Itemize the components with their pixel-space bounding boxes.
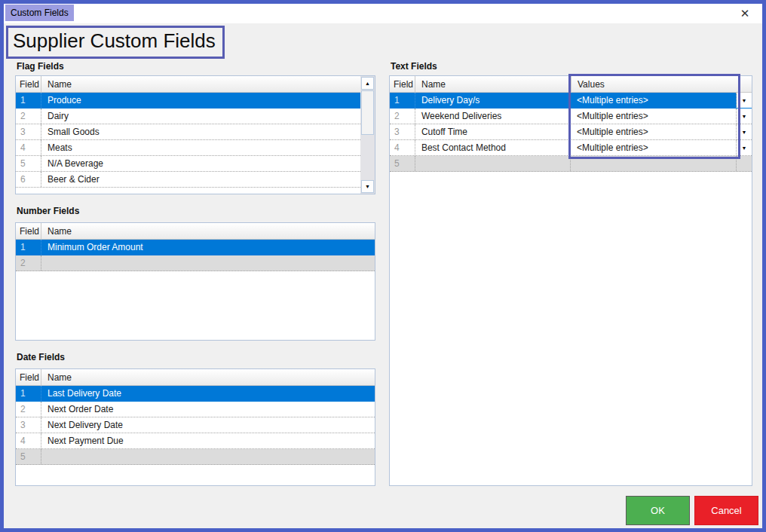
field-number-cell: 1 [16,386,41,401]
field-number-cell: 1 [390,93,415,108]
chevron-down-icon: ▼ [742,114,747,119]
column-header-field: Field [390,76,415,92]
custom-fields-dialog: Custom Fields ✕ Supplier Custom Fields F… [0,0,766,532]
table-row[interactable]: 1 Last Delivery Date [16,386,375,402]
table-row[interactable]: 2 [16,255,375,271]
scroll-down-icon: ▼ [365,184,370,189]
table-row[interactable]: 2 Weekend Deliveries <Multiple entries> … [390,109,752,124]
field-number-cell: 3 [16,417,41,433]
column-header-field: Field [16,369,41,385]
table-row[interactable]: 4 Best Contact Method <Multiple entries>… [390,140,752,156]
table-row[interactable]: 4 Meats [16,140,360,156]
name-cell: Beer & Cider [41,172,360,187]
date-fields-header: Field Name [16,369,375,386]
flag-fields-label: Flag Fields [17,61,64,72]
column-header-values: Values [571,76,752,92]
chevron-down-icon: ▼ [742,130,747,135]
name-cell: Dairy [41,109,360,124]
flag-fields-header: Field Name [16,76,360,93]
field-number-cell: 4 [16,433,41,448]
field-number-cell: 1 [16,240,41,255]
table-row[interactable]: 5 N/A Beverage [16,156,360,172]
table-row[interactable]: 2 Dairy [16,109,360,124]
window-title: Custom Fields [5,5,74,21]
text-fields-header: Field Name Values [390,76,752,93]
column-header-name: Name [41,223,375,239]
field-number-cell: 1 [16,93,41,108]
number-fields-header: Field Name [16,223,375,240]
name-cell: Small Goods [41,124,360,139]
number-fields-label: Number Fields [17,206,79,216]
vertical-scrollbar[interactable]: ▲ ▼ [360,76,375,194]
table-row[interactable]: 4 Next Payment Due [16,433,375,449]
page-title-text: Supplier Custom Fields [13,29,216,52]
date-fields-label: Date Fields [17,352,65,362]
field-number-cell: 4 [390,140,415,155]
field-number-cell: 6 [16,172,41,187]
name-cell: Next Order Date [41,402,375,417]
values-dropdown-button[interactable]: ▼ [737,93,752,108]
name-cell: Next Delivery Date [41,417,375,433]
chevron-down-icon: ▼ [742,145,747,151]
page-title: Supplier Custom Fields [6,26,225,59]
table-row[interactable]: 1 Produce [16,93,360,109]
values-dropdown-button[interactable]: ▼ [737,109,752,124]
table-row[interactable]: 2 Next Order Date [16,402,375,417]
name-cell: N/A Beverage [41,156,360,171]
table-row[interactable]: 3 Cutoff Time <Multiple entries> ▼ [390,124,752,140]
column-header-name: Name [41,76,360,92]
column-header-field: Field [16,76,41,92]
ok-button[interactable]: OK [626,496,690,525]
name-cell: Produce [41,93,360,108]
name-cell: Minimum Order Amount [41,240,375,255]
title-bar: Custom Fields ✕ [4,4,762,23]
table-row[interactable]: 6 Beer & Cider [16,172,360,188]
field-number-cell: 5 [16,156,41,171]
field-number-cell: 4 [16,140,41,155]
column-header-name: Name [41,369,375,385]
table-row[interactable]: 1 Delivery Day/s <Multiple entries> ▼ [390,93,752,109]
table-row[interactable]: 1 Minimum Order Amount [16,240,375,255]
cancel-button[interactable]: Cancel [694,496,758,525]
chevron-down-icon: ▼ [742,98,747,103]
table-row[interactable]: 5 [16,449,375,465]
text-fields-table: Field Name Values 1 Delivery Day/s <Mult… [389,75,752,486]
field-number-cell: 3 [390,124,415,139]
name-cell: Cutoff Time [415,124,571,139]
number-fields-table: Field Name 1 Minimum Order Amount 2 [15,222,375,341]
date-fields-table: Field Name 1 Last Delivery Date 2 Next O… [15,368,375,486]
field-number-cell: 5 [390,156,415,171]
name-cell: Weekend Deliveries [415,109,571,124]
name-cell [415,156,571,171]
values-cell [571,156,737,171]
column-header-name: Name [415,76,571,92]
name-cell [41,449,375,464]
field-number-cell: 2 [390,109,415,124]
field-number-cell: 2 [16,255,41,271]
name-cell: Next Payment Due [41,433,375,448]
values-dropdown-button[interactable]: ▼ [737,124,752,139]
flag-fields-table: Field Name 1 Produce 2 Dairy 3 Small Goo… [15,75,375,194]
table-row[interactable]: 3 Small Goods [16,124,360,140]
scroll-up-icon: ▲ [365,81,370,86]
close-icon: ✕ [740,7,750,20]
scrollbar-thumb[interactable] [361,90,374,135]
table-row[interactable]: 3 Next Delivery Date [16,417,375,433]
values-cell: <Multiple entries> [571,124,737,139]
values-dropdown-button[interactable]: ▼ [737,140,752,155]
name-cell: Meats [41,140,360,155]
values-dropdown-cell [737,156,752,171]
field-number-cell: 2 [16,402,41,417]
close-button[interactable]: ✕ [737,6,753,21]
scrollbar-up-button[interactable]: ▲ [361,77,374,90]
name-cell: Delivery Day/s [415,93,571,108]
table-row[interactable]: 5 [390,156,752,172]
name-cell: Last Delivery Date [41,386,375,401]
values-cell: <Multiple entries> [571,93,737,108]
column-header-field: Field [16,223,41,239]
field-number-cell: 3 [16,124,41,139]
field-number-cell: 2 [16,109,41,124]
values-cell: <Multiple entries> [571,109,737,124]
scrollbar-down-button[interactable]: ▼ [361,180,374,193]
field-number-cell: 5 [16,449,41,464]
